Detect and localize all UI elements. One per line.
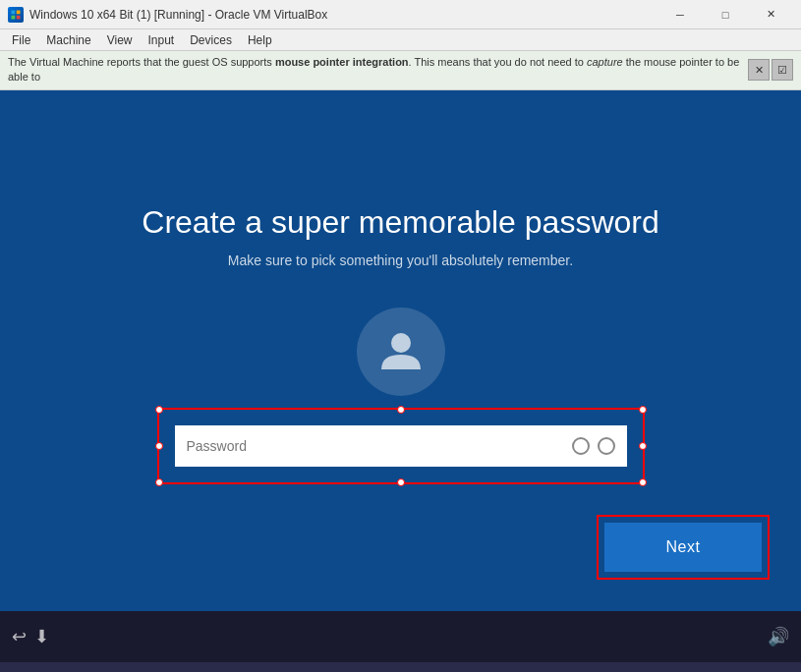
- menu-machine[interactable]: Machine: [38, 31, 98, 49]
- svg-rect-2: [12, 15, 16, 19]
- password-icon-2: [598, 437, 615, 455]
- handle-tr: [639, 406, 647, 414]
- infobar: The Virtual Machine reports that the gue…: [0, 51, 801, 90]
- handle-bl: [155, 478, 163, 486]
- infobar-prefix: The Virtual Machine reports that the gue…: [8, 56, 275, 68]
- page-title: Create a super memorable password: [142, 204, 658, 241]
- infobar-bold: mouse pointer integration: [275, 56, 409, 68]
- field-container: [175, 425, 627, 467]
- next-button-selection: Next: [604, 523, 762, 572]
- svg-rect-3: [17, 15, 21, 19]
- close-button[interactable]: ✕: [748, 0, 793, 29]
- handle-bc: [397, 478, 405, 486]
- handle-mr: [639, 442, 647, 450]
- titlebar: Windows 10 x64 Bit (1) [Running] - Oracl…: [0, 0, 801, 29]
- password-input-wrapper: [175, 425, 627, 467]
- titlebar-left: Windows 10 x64 Bit (1) [Running] - Oracl…: [8, 7, 327, 23]
- handle-ml: [155, 442, 163, 450]
- menu-file[interactable]: File: [4, 31, 38, 49]
- taskbar-icon-1[interactable]: ↩: [12, 626, 27, 647]
- taskbar-icon-2[interactable]: ⬇: [34, 626, 49, 647]
- minimize-button[interactable]: ─: [658, 0, 703, 29]
- handle-tl: [155, 406, 163, 414]
- handle-br: [639, 478, 647, 486]
- menubar: File Machine View Input Devices Help: [0, 29, 801, 51]
- infobar-text: The Virtual Machine reports that the gue…: [8, 55, 748, 85]
- menu-input[interactable]: Input: [141, 31, 183, 49]
- window-controls: ─ □ ✕: [658, 0, 793, 29]
- infobar-suffix: . This means that you do not need to: [409, 56, 587, 68]
- taskbar-right-icons: 🔊: [768, 626, 789, 647]
- menu-help[interactable]: Help: [240, 31, 280, 49]
- infobar-close-buttons: ✕ ☑: [748, 59, 793, 81]
- password-icons: [572, 437, 615, 455]
- page-subtitle: Make sure to pick something you'll absol…: [228, 252, 573, 268]
- taskbar-icons: ↩ ⬇ 🔊: [0, 611, 801, 662]
- taskbar-volume-icon[interactable]: 🔊: [768, 626, 789, 647]
- window-title: Windows 10 x64 Bit (1) [Running] - Oracl…: [29, 8, 327, 22]
- password-icon-1: [572, 437, 590, 455]
- vm-screen: Create a super memorable password Make s…: [0, 90, 801, 611]
- handle-tc: [397, 406, 405, 414]
- next-button-container: Next: [604, 523, 762, 572]
- user-avatar-icon: [376, 325, 426, 378]
- taskbar: ↩ ⬇ 🔊 🌐 🔒 ⚙ 💾 📡 🖥 🌍 📊 Right Ctrl: [0, 611, 801, 672]
- menu-devices[interactable]: Devices: [182, 31, 240, 49]
- svg-rect-1: [17, 10, 21, 14]
- infobar-italic: capture: [587, 56, 623, 68]
- svg-point-4: [391, 333, 411, 353]
- infobar-close-x[interactable]: ✕: [748, 59, 770, 81]
- avatar-circle: [357, 308, 445, 396]
- infobar-close-check[interactable]: ☑: [772, 59, 793, 81]
- menu-view[interactable]: View: [99, 31, 141, 49]
- password-input[interactable]: [187, 438, 572, 454]
- next-button[interactable]: Next: [604, 523, 762, 572]
- svg-rect-0: [12, 10, 16, 14]
- taskbar-left-icons: ↩ ⬇: [12, 626, 49, 647]
- app-icon: [8, 7, 24, 23]
- taskbar-status-bar: 🌐 🔒 ⚙ 💾 📡 🖥 🌍 📊 Right Ctrl: [0, 662, 801, 672]
- maximize-button[interactable]: □: [703, 0, 748, 29]
